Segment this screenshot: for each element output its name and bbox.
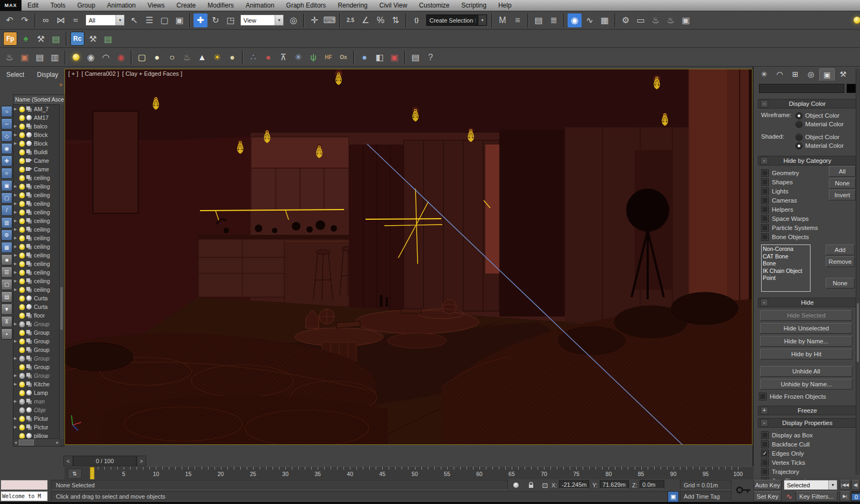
expand-arrow-icon[interactable]: ▶	[14, 133, 18, 137]
expand-arrow-icon[interactable]: ▶	[14, 141, 18, 146]
visibility-bulb-icon[interactable]	[19, 227, 25, 233]
fur-icon[interactable]: ✳	[291, 51, 305, 64]
shapes-checkbox[interactable]: Shapes	[761, 177, 821, 186]
collapse-icon[interactable]: -	[761, 299, 768, 306]
scene-object-row[interactable]: Group	[13, 345, 64, 354]
se-display-cameras-icon[interactable]: ◉	[1, 143, 12, 154]
expand-arrow-icon[interactable]: ▶	[14, 262, 18, 266]
se-list-view-icon[interactable]: ☰	[1, 267, 12, 278]
expand-arrow-icon[interactable]: ▶	[14, 244, 18, 249]
menu-item-rendering[interactable]: Rendering	[332, 0, 373, 11]
scene-object-row[interactable]: ▶man	[13, 397, 64, 406]
scroll-thumb[interactable]	[857, 303, 859, 362]
se-display-objects-icon[interactable]: ■	[1, 254, 12, 265]
absolute-mode-icon[interactable]: ⊡	[540, 480, 550, 490]
se-display-spacewarps-icon[interactable]: ≈	[1, 168, 12, 179]
add-button[interactable]: Add	[826, 244, 855, 255]
visibility-bulb-icon[interactable]	[19, 373, 25, 379]
select-and-link-icon[interactable]: ∞	[39, 13, 53, 27]
category-list-item[interactable]: CAT Bone	[763, 253, 809, 261]
default-in-out-tangent-icon[interactable]: ∿	[784, 492, 794, 501]
visibility-bulb-icon[interactable]	[19, 313, 25, 319]
visibility-bulb-icon[interactable]	[19, 339, 25, 344]
redo-icon[interactable]: ↷	[18, 13, 32, 27]
expand-arrow-icon[interactable]: ▶	[14, 270, 18, 275]
unlink-selection-icon[interactable]: ⋈	[54, 13, 68, 27]
scene-object-row[interactable]: ▶ceiling	[13, 268, 64, 277]
menu-item-help[interactable]: Help	[492, 0, 518, 11]
shaded-object-color-radio[interactable]: Object Color	[796, 133, 844, 141]
visibility-bulb-icon[interactable]	[19, 381, 25, 387]
viewport-pos-menu[interactable]: [ + ]	[68, 70, 78, 77]
select-and-rotate-icon[interactable]: ↻	[209, 13, 223, 27]
sphere-light-icon[interactable]: ●	[150, 51, 164, 64]
utilities-tab[interactable]: ⚒	[836, 68, 850, 80]
expand-arrow-icon[interactable]: ▶	[14, 373, 18, 378]
panel-scrollbar[interactable]	[856, 69, 860, 475]
visibility-bulb-icon[interactable]	[19, 218, 25, 224]
unhide-all-button[interactable]: Unhide All	[760, 366, 852, 377]
mirror-icon[interactable]: M	[496, 13, 510, 27]
menu-item-create[interactable]: Create	[170, 0, 202, 11]
scroll-thumb[interactable]	[60, 287, 63, 330]
schematic-view-icon[interactable]: ▦	[598, 13, 612, 27]
hide-unselected-button[interactable]: Hide Unselected	[760, 323, 852, 334]
visibility-bulb-icon[interactable]	[19, 184, 25, 190]
status-light-icon[interactable]	[511, 480, 521, 490]
z-coordinate-field[interactable]: 0.0m	[640, 480, 664, 489]
category-list-item[interactable]: Point	[763, 275, 809, 282]
max-logo[interactable]: MAX	[0, 0, 22, 11]
material-editor-icon[interactable]: ◉	[568, 13, 582, 27]
visibility-bulb-icon[interactable]	[19, 141, 25, 147]
rectangular-selection-icon[interactable]: ▢	[157, 13, 171, 27]
layer-manager-icon[interactable]: ▤	[532, 13, 546, 27]
scene-object-row[interactable]: Curta	[13, 303, 64, 311]
viewport-camera-menu[interactable]: [ Camera002 ]	[82, 70, 119, 77]
window-crossing-icon[interactable]: ▣	[173, 13, 187, 27]
se-display-splines-icon[interactable]: /	[1, 205, 12, 216]
render-preview-icon[interactable]: ▣	[679, 13, 693, 27]
expand-arrow-icon[interactable]: ▶	[14, 219, 18, 223]
visibility-bulb-icon[interactable]	[19, 244, 25, 250]
expand-arrow-icon[interactable]: ▶	[14, 416, 18, 421]
scene-object-row[interactable]: ▶ceiling	[13, 217, 64, 225]
bind-to-space-warp-icon[interactable]: ≈	[69, 13, 83, 27]
unhide-by-name-button[interactable]: Unhide by Name...	[760, 379, 852, 390]
proxy-spheres-icon[interactable]: ●	[261, 51, 275, 64]
scene-object-row[interactable]: ▶ceiling	[13, 182, 64, 191]
expand-arrow-icon[interactable]: ▶	[14, 356, 18, 361]
prev-frame-button[interactable]: <	[63, 456, 73, 466]
selection-filter-dropdown[interactable]: All▼	[85, 15, 125, 26]
section-box-icon[interactable]: ▣	[388, 51, 402, 64]
scene-object-row[interactable]: ▶Group	[13, 371, 64, 380]
se-sync-icon[interactable]: ⊼	[1, 316, 12, 327]
expand-arrow-icon[interactable]: ▶	[14, 227, 18, 232]
light-lister-icon[interactable]	[69, 51, 83, 64]
menu-item-views[interactable]: Views	[141, 0, 170, 11]
display-color-input[interactable]	[759, 84, 844, 93]
scene-object-row[interactable]: ▶ceiling	[13, 277, 64, 285]
rollout-header[interactable]: - Hide by Category	[758, 156, 857, 165]
expand-arrow-icon[interactable]: ▶	[14, 184, 18, 189]
open-mini-curve-editor-icon[interactable]: ⇅	[68, 469, 82, 479]
se-display-materials-icon[interactable]: ⚙	[1, 229, 12, 241]
menu-item-group[interactable]: Group	[71, 0, 101, 11]
scene-object-row[interactable]: floor	[13, 311, 64, 320]
se-display-bones-icon[interactable]: ▦	[1, 242, 12, 253]
vray-asset-editor-icon[interactable]: ▤	[33, 51, 47, 64]
visibility-bulb-icon[interactable]	[19, 167, 25, 172]
scene-object-row[interactable]: ▶ceiling	[13, 191, 64, 199]
vray-sphere-icon[interactable]: ●	[357, 51, 371, 64]
scene-object-row[interactable]: ▶ceiling	[13, 234, 64, 242]
scene-object-row[interactable]: ▶ceiling	[13, 225, 64, 234]
percent-snap-icon[interactable]: %	[374, 13, 388, 27]
rollout-header[interactable]: - Display Properties	[758, 418, 857, 428]
add-time-tag[interactable]: Add Time Tag	[680, 491, 732, 501]
cameras-checkbox[interactable]: Cameras	[761, 196, 821, 205]
menu-item-edit[interactable]: Edit	[22, 0, 45, 11]
scene-object-row[interactable]: ▶Kitche	[13, 380, 64, 388]
forest-list-icon[interactable]: ▤	[49, 32, 63, 46]
scene-object-row[interactable]: AM17	[13, 113, 64, 122]
category-list-item[interactable]: IK Chain Object	[763, 268, 809, 275]
key-filters-button[interactable]: Key Filters...	[796, 491, 837, 501]
